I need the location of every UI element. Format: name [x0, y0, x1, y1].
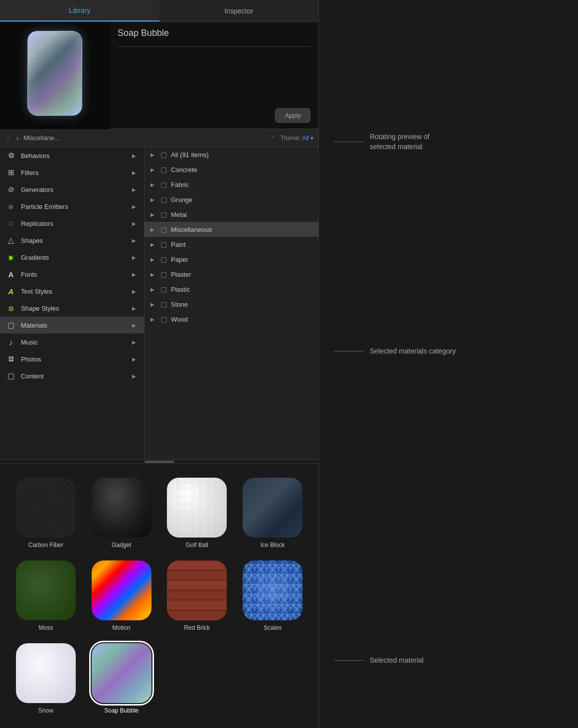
sidebar-item-text-styles[interactable]: A Text Styles ▶: [0, 283, 144, 300]
sidebar-item-fonts[interactable]: A Fonts ▶: [0, 266, 144, 283]
annotation-material: Selected material: [334, 656, 563, 666]
preview-area: Soap Bubble Apply: [0, 22, 318, 129]
moss-thumb: [16, 560, 76, 620]
category-metal[interactable]: ▶ ▢ Metal: [144, 207, 318, 222]
svg-rect-4: [167, 580, 227, 589]
annotation-selected-material: Selected material: [334, 656, 563, 666]
svg-rect-5: [167, 590, 227, 599]
theme-value[interactable]: All: [302, 135, 308, 142]
sidebar-item-shapes[interactable]: △ Shapes ▶: [0, 232, 144, 249]
annotation-line-3: [334, 660, 364, 661]
apply-button[interactable]: Apply: [275, 108, 310, 123]
sidebar-label-shape-styles: Shape Styles: [21, 305, 127, 312]
category-paper[interactable]: ▶ ▢ Paper: [144, 252, 318, 267]
music-arrow: ▶: [132, 340, 138, 345]
sidebar-label-text-styles: Text Styles: [21, 288, 127, 295]
category-stone[interactable]: ▶ ▢ Stone: [144, 297, 318, 312]
moss-label: Moss: [39, 624, 53, 631]
sidebar-item-materials[interactable]: ▢ Materials ▶: [0, 317, 144, 334]
sidebar-item-behaviors[interactable]: ⚙ Behaviors ▶: [0, 147, 144, 164]
category-plaster-label: Plaster: [171, 271, 191, 278]
text-styles-icon: A: [6, 286, 16, 296]
sidebar-item-replicators[interactable]: ⬡ Replicators ▶: [0, 215, 144, 232]
material-moss[interactable]: Moss: [8, 554, 84, 637]
category-paint[interactable]: ▶ ▢ Paint: [144, 237, 318, 252]
preview-thumbnail: [0, 22, 110, 129]
breadcrumb-chevron[interactable]: ⌃: [268, 133, 278, 143]
sidebar-item-shape-styles[interactable]: ▨ Shape Styles ▶: [0, 300, 144, 317]
nav-forward-button[interactable]: ›: [14, 133, 21, 143]
category-concrete[interactable]: ▶ ▢ Concrete: [144, 162, 318, 177]
sidebar-label-generators: Generators: [21, 186, 127, 193]
metal-arrow-icon: ▶: [150, 212, 156, 217]
material-red-brick[interactable]: Red Brick: [159, 554, 235, 637]
red-brick-label: Red Brick: [184, 624, 210, 631]
behaviors-icon: ⚙: [6, 151, 16, 161]
category-plaster[interactable]: ▶ ▢ Plaster: [144, 267, 318, 282]
preview-info: Soap Bubble Apply: [110, 22, 318, 129]
tab-inspector[interactable]: Inspector: [159, 0, 319, 21]
replicators-arrow: ▶: [132, 221, 138, 226]
scales-thumb: [243, 560, 302, 620]
material-snow[interactable]: Snow: [8, 637, 84, 720]
category-plastic[interactable]: ▶ ▢ Plastic: [144, 282, 318, 297]
apply-area: Apply: [118, 51, 310, 123]
preview-divider: [118, 46, 310, 47]
sidebar-item-photos[interactable]: 🖼 Photos ▶: [0, 351, 144, 367]
svg-rect-7: [167, 610, 227, 619]
category-miscellaneous-label: Miscellaneous: [171, 226, 212, 233]
svg-rect-6: [167, 600, 227, 609]
misc-arrow-icon: ▶: [150, 227, 156, 232]
category-grunge-label: Grunge: [171, 196, 192, 203]
concrete-folder-icon: ▢: [160, 166, 167, 174]
category-plastic-label: Plastic: [171, 286, 190, 293]
material-motion[interactable]: Motion: [84, 554, 159, 637]
material-golf-ball[interactable]: Golf Ball: [159, 472, 235, 554]
sidebar-label-replicators: Replicators: [21, 220, 127, 227]
sidebar-label-particle-emitters: Particle Emitters: [21, 203, 127, 210]
left-panel: Library Inspector Soap Bubble Apply: [0, 0, 319, 728]
snow-label: Snow: [38, 707, 53, 714]
category-fabric-label: Fabric: [171, 181, 189, 188]
sidebar-item-content[interactable]: ▢ Content ▶: [0, 367, 144, 384]
category-fabric[interactable]: ▶ ▢ Fabric: [144, 177, 318, 192]
sidebar-item-gradients[interactable]: ▣ Gradients ▶: [0, 249, 144, 266]
photos-icon: 🖼: [6, 354, 16, 364]
category-miscellaneous[interactable]: ▶ ▢ Miscellaneous: [144, 222, 318, 237]
category-wood[interactable]: ▶ ▢ Wood: [144, 312, 318, 327]
shapes-arrow: ▶: [132, 238, 138, 243]
tab-library[interactable]: Library: [0, 0, 159, 21]
theme-chevron-icon[interactable]: ▾: [310, 135, 313, 142]
material-soap-bubble[interactable]: Soap Bubble: [84, 637, 159, 720]
wood-arrow-icon: ▶: [150, 317, 156, 322]
material-ice-block[interactable]: Ice Block: [235, 472, 310, 554]
annotation-category: Selected materials category: [334, 347, 563, 357]
category-grunge[interactable]: ▶ ▢ Grunge: [144, 192, 318, 207]
nav-back-button[interactable]: ‹: [5, 133, 11, 143]
sidebar-label-music: Music: [21, 339, 127, 346]
sidebar-item-particle-emitters[interactable]: ◎ Particle Emitters ▶: [0, 198, 144, 215]
annotation-preview: Rotating preview ofselected material: [334, 132, 563, 152]
material-carbon-fiber[interactable]: Carbon Fiber: [8, 472, 84, 554]
content-icon: ▢: [6, 371, 16, 381]
concrete-arrow-icon: ▶: [150, 167, 156, 173]
sidebar: ⚙ Behaviors ▶ ⊞ Filters ▶ ⊘ Generators ▶…: [0, 147, 144, 459]
sidebar-item-music[interactable]: ♪ Music ▶: [0, 334, 144, 351]
sidebar-label-filters: Filters: [21, 169, 127, 177]
filters-arrow: ▶: [132, 170, 138, 176]
stone-arrow-icon: ▶: [150, 302, 156, 307]
gadget-thumb: [92, 478, 151, 538]
tab-bar: Library Inspector: [0, 0, 318, 22]
material-gadget[interactable]: Gadget: [84, 472, 159, 554]
sidebar-item-filters[interactable]: ⊞ Filters ▶: [0, 164, 144, 181]
fabric-arrow-icon: ▶: [150, 182, 156, 187]
text-styles-arrow: ▶: [132, 289, 138, 294]
metal-folder-icon: ▢: [160, 210, 167, 218]
svg-rect-2: [167, 560, 227, 569]
category-all[interactable]: ▶ ▢ All (91 items): [144, 147, 318, 162]
annotation-rotating-preview: Rotating preview ofselected material: [334, 132, 563, 152]
paint-arrow-icon: ▶: [150, 242, 156, 247]
material-scales[interactable]: Scales: [235, 554, 310, 637]
sidebar-item-generators[interactable]: ⊘ Generators ▶: [0, 181, 144, 198]
red-brick-thumb: [167, 560, 227, 620]
